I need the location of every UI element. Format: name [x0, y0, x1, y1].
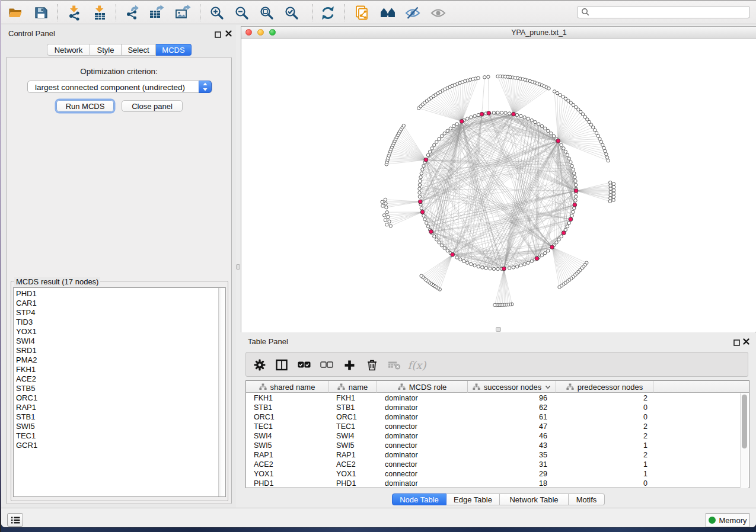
mcds-result-item[interactable]: PHD1 — [16, 289, 37, 299]
refresh-icon[interactable] — [320, 5, 336, 21]
table-row-ACE2[interactable]: ACE2ACE2connector311 — [246, 460, 749, 469]
mcds-result-item[interactable]: STP4 — [16, 308, 37, 318]
mcds-result-item[interactable]: STB1 — [16, 412, 37, 422]
mcds-result-item[interactable]: YOX1 — [16, 327, 37, 336]
mcds-result-item[interactable]: TID3 — [16, 318, 37, 327]
float-window-icon[interactable] — [215, 30, 221, 36]
split-table-view-icon[interactable] — [273, 352, 291, 377]
desktop-wallpaper-edge — [0, 0, 1, 532]
column-header-successor-nodes[interactable]: successor nodes — [468, 381, 556, 393]
mcds-tab-panel: Optimization criterion: largest connecte… — [6, 57, 232, 504]
delete-table-icon[interactable] — [385, 352, 403, 377]
toolbar-separator — [116, 4, 116, 21]
cell-mcds-role: dominator — [385, 394, 418, 402]
tab-network[interactable]: Network — [47, 44, 90, 56]
float-table-panel-icon[interactable] — [733, 338, 740, 344]
save-session-icon[interactable] — [33, 5, 49, 21]
table-row-FKH1[interactable]: FKH1FKH1dominator962 — [246, 393, 749, 403]
column-header-MCDS-role[interactable]: MCDS role — [377, 381, 468, 393]
zoom-in-icon[interactable] — [209, 5, 225, 21]
table-row-RAP1[interactable]: RAP1RAP1dominator352 — [246, 450, 749, 460]
table-row-YOX1[interactable]: YOX1YOX1connector291 — [246, 469, 749, 479]
column-header-name[interactable]: name — [328, 381, 377, 393]
mcds-result-item[interactable]: RAP1 — [16, 403, 37, 412]
mcds-list-scrollbar[interactable] — [218, 288, 225, 496]
tab-style[interactable]: Style — [90, 44, 122, 56]
network-view-titlebar[interactable]: YPA_prune.txt_1 — [241, 27, 756, 39]
delete-column-icon[interactable] — [363, 352, 381, 377]
select-all-columns-icon[interactable] — [295, 352, 313, 377]
column-header-shared-name[interactable]: shared name — [246, 381, 328, 393]
export-image-icon[interactable] — [174, 5, 191, 21]
show-all-icon[interactable] — [430, 5, 446, 21]
mcds-result-item[interactable]: SWI5 — [16, 422, 37, 431]
search-network-icon[interactable] — [379, 5, 396, 21]
network-view-frame: YPA_prune.txt_1 — [241, 26, 756, 332]
export-network-icon[interactable] — [124, 5, 141, 21]
vertical-splitter[interactable] — [236, 25, 241, 508]
mcds-result-item[interactable]: PMA2 — [16, 355, 37, 365]
close-window-icon[interactable] — [245, 29, 252, 36]
close-table-panel-icon[interactable] — [742, 337, 750, 345]
cell-successor-nodes: 31 — [539, 460, 547, 469]
minimize-window-icon[interactable] — [257, 29, 264, 36]
horizontal-splitter-handle[interactable] — [496, 327, 501, 332]
tab-mcds[interactable]: MCDS — [156, 44, 192, 56]
task-history-button[interactable] — [7, 513, 23, 527]
create-column-icon[interactable] — [340, 352, 358, 377]
zoom-fit-icon[interactable] — [259, 5, 275, 21]
run-mcds-button[interactable]: Run MCDS — [56, 100, 114, 112]
table-scrollbar-thumb[interactable] — [742, 395, 747, 448]
mcds-result-item[interactable]: TEC1 — [16, 431, 37, 441]
mcds-result-item[interactable]: ORC1 — [16, 393, 37, 403]
table-row-STB1[interactable]: STB1STB1dominator620 — [246, 403, 749, 412]
table-row-PHD1[interactable]: PHD1PHD1dominator180 — [246, 479, 749, 488]
table-settings-icon[interactable] — [251, 352, 269, 377]
table-scrollbar[interactable] — [740, 393, 748, 488]
mcds-result-item[interactable]: FKH1 — [16, 365, 37, 374]
table-toolbar: f(x) — [245, 352, 748, 377]
optimization-criterion-select[interactable]: largest connected component (undirected) — [27, 81, 212, 93]
mcds-result-item[interactable]: SWI4 — [16, 336, 37, 346]
table-row-ORC1[interactable]: ORC1ORC1dominator610 — [246, 412, 749, 422]
tab-edge-table[interactable]: Edge Table — [446, 493, 500, 505]
import-network-icon[interactable] — [66, 5, 82, 21]
open-session-from-icon[interactable] — [354, 5, 371, 21]
search-box — [577, 6, 750, 18]
mcds-result-item[interactable]: CAR1 — [16, 299, 37, 308]
close-panel-button[interactable]: Close panel — [122, 100, 183, 112]
table-row-SWI5[interactable]: SWI5SWI5connector431 — [246, 441, 749, 450]
table-row-SWI4[interactable]: SWI4SWI4dominator462 — [246, 431, 749, 441]
mcds-result-item[interactable]: SRD1 — [16, 346, 37, 355]
deselect-all-columns-icon[interactable] — [318, 352, 336, 377]
tab-motifs[interactable]: Motifs — [569, 493, 605, 505]
mcds-result-list[interactable]: PHD1CAR1STP4TID3YOX1SWI4SRD1PMA2FKH1ACE2… — [13, 287, 226, 497]
hide-selected-icon[interactable] — [404, 5, 421, 21]
cell-name: YOX1 — [336, 470, 356, 478]
tab-select[interactable]: Select — [122, 44, 156, 56]
tab-network-table[interactable]: Network Table — [500, 493, 569, 505]
table-row-TEC1[interactable]: TEC1TEC1connector472 — [246, 422, 749, 431]
column-header-predecessor-nodes[interactable]: predecessor nodes — [556, 381, 653, 393]
zoom-out-icon[interactable] — [234, 5, 250, 21]
maximize-window-icon[interactable] — [269, 29, 276, 36]
export-table-icon[interactable] — [148, 5, 165, 21]
import-table-icon[interactable] — [91, 5, 108, 21]
function-builder-icon[interactable]: f(x) — [408, 352, 426, 377]
tab-node-table[interactable]: Node Table — [392, 493, 446, 505]
memory-button[interactable]: Memory — [706, 513, 749, 527]
cell-mcds-role: dominator — [385, 413, 418, 421]
search-input[interactable] — [590, 7, 749, 17]
zoom-selected-icon[interactable] — [283, 5, 300, 21]
open-file-icon[interactable] — [7, 5, 24, 21]
mcds-result-item[interactable]: GCR1 — [16, 441, 37, 450]
close-panel-icon[interactable] — [225, 29, 232, 37]
mcds-result-item[interactable]: STB5 — [16, 384, 37, 393]
mcds-result-item[interactable]: ACE2 — [16, 374, 37, 384]
vertical-splitter-handle[interactable] — [236, 264, 240, 270]
column-header-label: name — [349, 383, 368, 392]
network-canvas[interactable] — [241, 39, 755, 332]
column-header-label: MCDS role — [409, 383, 447, 392]
cell-name: STB1 — [336, 403, 355, 412]
cell-successor-nodes: 35 — [539, 451, 547, 459]
